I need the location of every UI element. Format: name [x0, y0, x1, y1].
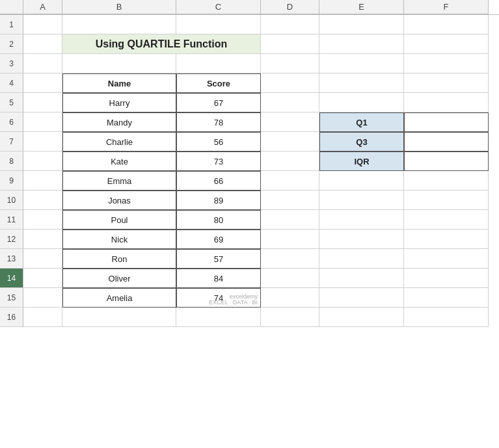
cell-e9[interactable] — [319, 171, 404, 191]
cell-e2[interactable] — [319, 34, 404, 54]
cell-d2[interactable] — [261, 34, 319, 54]
cell-f14[interactable] — [404, 269, 489, 288]
cell-f15[interactable] — [404, 288, 489, 308]
cell-b7[interactable]: Charlie — [62, 132, 176, 152]
cell-b3[interactable] — [62, 54, 176, 73]
cell-e12[interactable] — [319, 230, 404, 249]
cell-e5[interactable] — [319, 93, 404, 112]
cell-d7[interactable] — [261, 132, 319, 152]
cell-a15[interactable] — [23, 288, 62, 308]
cell-f2[interactable] — [404, 34, 489, 54]
cell-iqr-label[interactable]: IQR — [319, 152, 404, 171]
cell-f3[interactable] — [404, 54, 489, 73]
cell-c8[interactable]: 73 — [176, 152, 261, 171]
cell-f12[interactable] — [404, 230, 489, 249]
cell-c5[interactable]: 67 — [176, 93, 261, 112]
cell-b13[interactable]: Ron — [62, 249, 176, 269]
cell-a7[interactable] — [23, 132, 62, 152]
cell-a14[interactable] — [23, 269, 62, 288]
table-row: 1 — [0, 15, 499, 34]
cell-f4[interactable] — [404, 73, 489, 93]
cell-d10[interactable] — [261, 191, 319, 210]
cell-d4[interactable] — [261, 73, 319, 93]
cell-e11[interactable] — [319, 210, 404, 230]
cell-score-header[interactable]: Score — [176, 73, 261, 93]
cell-e10[interactable] — [319, 191, 404, 210]
cell-e13[interactable] — [319, 249, 404, 269]
cell-a5[interactable] — [23, 93, 62, 112]
cell-c16[interactable] — [176, 308, 261, 327]
cell-f5[interactable] — [404, 93, 489, 112]
cell-title[interactable]: Using QUARTILE Function — [62, 34, 261, 54]
table-row: 7 Charlie 56 Q3 — [0, 132, 499, 152]
cell-f9[interactable] — [404, 171, 489, 191]
cell-c7[interactable]: 56 — [176, 132, 261, 152]
cell-d16[interactable] — [261, 308, 319, 327]
cell-c10[interactable]: 89 — [176, 191, 261, 210]
cell-b16[interactable] — [62, 308, 176, 327]
cell-b15[interactable]: Amelia — [62, 288, 176, 308]
cell-e15[interactable] — [319, 288, 404, 308]
cell-d12[interactable] — [261, 230, 319, 249]
cell-f10[interactable] — [404, 191, 489, 210]
cell-c15[interactable]: 74 exceldemyEXCEL · DATA · BI — [176, 288, 261, 308]
cell-d13[interactable] — [261, 249, 319, 269]
cell-a2[interactable] — [23, 34, 62, 54]
cell-a13[interactable] — [23, 249, 62, 269]
table-row: 6 Mandy 78 Q1 — [0, 112, 499, 132]
cell-iqr-value[interactable] — [404, 152, 489, 171]
cell-c1[interactable] — [176, 15, 261, 34]
cell-b6[interactable]: Mandy — [62, 112, 176, 132]
cell-e16[interactable] — [319, 308, 404, 327]
corner-cell — [0, 0, 23, 14]
cell-e1[interactable] — [319, 15, 404, 34]
cell-b5[interactable]: Harry — [62, 93, 176, 112]
cell-a4[interactable] — [23, 73, 62, 93]
cell-c12[interactable]: 69 — [176, 230, 261, 249]
cell-q3-label[interactable]: Q3 — [319, 132, 404, 152]
cell-c3[interactable] — [176, 54, 261, 73]
cell-c6[interactable]: 78 — [176, 112, 261, 132]
cell-name-header[interactable]: Name — [62, 73, 176, 93]
cell-d8[interactable] — [261, 152, 319, 171]
cell-f16[interactable] — [404, 308, 489, 327]
cell-b10[interactable]: Jonas — [62, 191, 176, 210]
cell-e3[interactable] — [319, 54, 404, 73]
cell-a1[interactable] — [23, 15, 62, 34]
cell-b12[interactable]: Nick — [62, 230, 176, 249]
cell-e14[interactable] — [319, 269, 404, 288]
cell-b14[interactable]: Oliver — [62, 269, 176, 288]
cell-f13[interactable] — [404, 249, 489, 269]
cell-b9[interactable]: Emma — [62, 171, 176, 191]
cell-q1-label[interactable]: Q1 — [319, 112, 404, 132]
cell-c9[interactable]: 66 — [176, 171, 261, 191]
cell-f1[interactable] — [404, 15, 489, 34]
cell-a10[interactable] — [23, 191, 62, 210]
cell-a8[interactable] — [23, 152, 62, 171]
cell-c13[interactable]: 57 — [176, 249, 261, 269]
cell-d6[interactable] — [261, 112, 319, 132]
cell-d15[interactable] — [261, 288, 319, 308]
cell-d14[interactable] — [261, 269, 319, 288]
cell-a12[interactable] — [23, 230, 62, 249]
cell-q1-value[interactable] — [404, 112, 489, 132]
cell-e4[interactable] — [319, 73, 404, 93]
cell-a6[interactable] — [23, 112, 62, 132]
cell-f11[interactable] — [404, 210, 489, 230]
cell-d5[interactable] — [261, 93, 319, 112]
cell-a11[interactable] — [23, 210, 62, 230]
cell-b11[interactable]: Poul — [62, 210, 176, 230]
cell-a16[interactable] — [23, 308, 62, 327]
cell-d1[interactable] — [261, 15, 319, 34]
cell-d9[interactable] — [261, 171, 319, 191]
cell-a9[interactable] — [23, 171, 62, 191]
cell-c11[interactable]: 80 — [176, 210, 261, 230]
cell-d11[interactable] — [261, 210, 319, 230]
cell-d3[interactable] — [261, 54, 319, 73]
row-header-4: 4 — [0, 73, 23, 93]
cell-b1[interactable] — [62, 15, 176, 34]
cell-q3-value[interactable] — [404, 132, 489, 152]
cell-a3[interactable] — [23, 54, 62, 73]
cell-b8[interactable]: Kate — [62, 152, 176, 171]
cell-c14[interactable]: 84 — [176, 269, 261, 288]
